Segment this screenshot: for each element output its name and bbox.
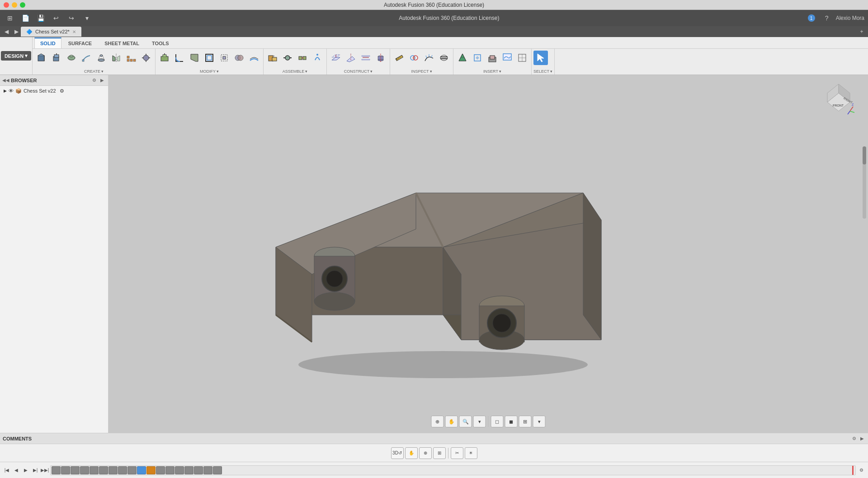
measure-tool[interactable] xyxy=(392,51,406,65)
construct-label[interactable]: CONSTRUCT xyxy=(329,69,388,74)
canvas-tool[interactable] xyxy=(500,51,514,65)
timeline-item-7[interactable] xyxy=(108,466,118,474)
timeline-item-15[interactable] xyxy=(184,466,193,474)
mirror-tool[interactable] xyxy=(109,51,123,65)
timeline-item-2[interactable] xyxy=(61,466,70,474)
timeline-play-button[interactable]: ▶ xyxy=(22,466,30,474)
new-body-tool[interactable] xyxy=(34,51,49,65)
assemble-label[interactable]: ASSEMBLE xyxy=(265,69,325,74)
doc-tab-chess[interactable]: 🔷 Chess Set v22* ✕ xyxy=(21,27,81,37)
timeline-item-4[interactable] xyxy=(80,466,89,474)
pan-tool[interactable]: ✋ xyxy=(445,416,458,427)
design-dropdown[interactable]: DESIGN xyxy=(1,51,31,61)
create-label[interactable]: CREATE xyxy=(34,69,153,74)
rigid-group-tool[interactable] xyxy=(295,51,310,65)
timeline-item-9[interactable] xyxy=(127,466,137,474)
angle-plane-tool[interactable] xyxy=(344,51,358,65)
notifications-button[interactable]: 1 xyxy=(805,12,818,24)
combine-tool[interactable] xyxy=(232,51,246,65)
apps-grid-button[interactable]: ⊞ xyxy=(4,12,16,24)
timeline-item-10[interactable] xyxy=(137,466,146,474)
insert-label[interactable]: INSERT xyxy=(455,69,529,74)
timeline-item-3[interactable] xyxy=(71,466,80,474)
revolve-tool[interactable] xyxy=(64,51,79,65)
scrollbar-thumb[interactable] xyxy=(863,146,866,164)
save-button[interactable]: 💾 xyxy=(34,12,47,24)
curvature-tool[interactable] xyxy=(422,51,436,65)
fillet-tool[interactable] xyxy=(172,51,187,65)
orbit-tool[interactable]: ⊕ xyxy=(431,416,444,427)
timeline-item-13[interactable] xyxy=(165,466,175,474)
timeline-item-6[interactable] xyxy=(99,466,108,474)
visibility-icon[interactable]: 👁 xyxy=(9,88,14,94)
timeline-item-1[interactable] xyxy=(52,466,61,474)
decal-tool[interactable] xyxy=(485,51,500,65)
loft-tool[interactable] xyxy=(94,51,108,65)
timeline-last-button[interactable]: ▶▶| xyxy=(41,466,49,474)
thicken-tool[interactable] xyxy=(247,51,261,65)
undo-button[interactable]: ↩ xyxy=(50,12,62,24)
timeline-item-16[interactable] xyxy=(194,466,203,474)
tab-solid[interactable]: SOLID xyxy=(34,37,61,48)
midplane-tool[interactable] xyxy=(359,51,373,65)
timeline-marker[interactable] xyxy=(852,466,854,475)
zoom-dropdown[interactable]: ▾ xyxy=(473,416,486,427)
help-button[interactable]: ? xyxy=(821,12,833,24)
orbit-3d-tool[interactable]: 3D↺ xyxy=(391,447,404,459)
insert-dxf-tool[interactable] xyxy=(515,51,529,65)
timeline-next-button[interactable]: ▶| xyxy=(31,466,39,474)
browser-item-chess-set[interactable]: ▶ 👁 📦 Chess Set v22 ⚙ xyxy=(0,86,108,96)
select-tool[interactable] xyxy=(533,51,548,65)
press-pull-tool[interactable] xyxy=(157,51,172,65)
browser-expand-icon[interactable]: ▶ xyxy=(99,77,105,84)
history-button[interactable]: ▾ xyxy=(80,12,93,24)
redo-button[interactable]: ↪ xyxy=(65,12,78,24)
sweep-tool[interactable] xyxy=(79,51,94,65)
tab-tools[interactable]: TOOLS xyxy=(146,37,175,48)
interference-tool[interactable] xyxy=(407,51,421,65)
insert-mesh-tool[interactable] xyxy=(455,51,470,65)
extrude-tool[interactable] xyxy=(49,51,64,65)
motion-tool[interactable] xyxy=(310,51,325,65)
doc-tab-close-icon[interactable]: ✕ xyxy=(72,29,76,34)
new-tab-button[interactable]: + xyxy=(857,27,866,36)
pan-view-tool[interactable]: ✋ xyxy=(405,447,418,459)
move-tool[interactable] xyxy=(139,51,153,65)
timeline-item-12[interactable] xyxy=(156,466,165,474)
inspect-label[interactable]: INSPECT xyxy=(392,69,451,74)
shell-tool[interactable] xyxy=(202,51,217,65)
modify-label[interactable]: MODIFY xyxy=(157,69,261,74)
browser-collapse-button[interactable]: ◀◀ xyxy=(3,77,9,84)
section-analysis-tool[interactable]: ✂ xyxy=(451,447,463,459)
settings-icon[interactable]: ⚙ xyxy=(60,88,64,94)
viewport[interactable]: FRONT RIGHT Z ⊕ ✋ 🔍 ▾ ◻ ◼ ⊞ ▾ xyxy=(108,75,868,433)
fit-all-tool[interactable]: ⊞ xyxy=(433,447,446,459)
viewport-scrollbar[interactable] xyxy=(863,146,866,219)
axis-cylinder-tool[interactable] xyxy=(373,51,388,65)
new-component-tool[interactable] xyxy=(265,51,280,65)
timeline-item-11[interactable] xyxy=(146,466,156,474)
scale-tool[interactable] xyxy=(217,51,231,65)
tab-back-button[interactable]: ◀ xyxy=(2,27,11,36)
viewcube[interactable]: FRONT RIGHT Z xyxy=(821,82,854,116)
timeline-item-14[interactable] xyxy=(175,466,184,474)
timeline-item-17[interactable] xyxy=(203,466,212,474)
tab-surface[interactable]: SURFACE xyxy=(62,37,98,48)
joint-tool[interactable] xyxy=(280,51,295,65)
timeline-prev-button[interactable]: ◀ xyxy=(12,466,20,474)
maximize-button[interactable] xyxy=(20,2,25,8)
zoom-tool[interactable]: 🔍 xyxy=(459,416,472,427)
tab-forward-button[interactable]: ▶ xyxy=(12,27,21,36)
timeline-item-18[interactable] xyxy=(213,466,222,474)
timeline-item-5[interactable] xyxy=(90,466,99,474)
minimize-button[interactable] xyxy=(12,2,17,8)
offset-plane-tool[interactable] xyxy=(329,51,343,65)
zoom-view-tool[interactable]: ⊕ xyxy=(419,447,432,459)
display-mode-tool[interactable]: ◻ xyxy=(491,416,504,427)
display-dropdown[interactable]: ▾ xyxy=(533,416,546,427)
timeline-item-8[interactable] xyxy=(118,466,127,474)
comments-expand-icon[interactable]: ▶ xyxy=(859,436,865,442)
timeline-settings-button[interactable]: ⚙ xyxy=(857,466,865,474)
browser-settings-icon[interactable]: ⚙ xyxy=(91,77,97,84)
file-menu-button[interactable]: 📄 xyxy=(19,12,32,24)
